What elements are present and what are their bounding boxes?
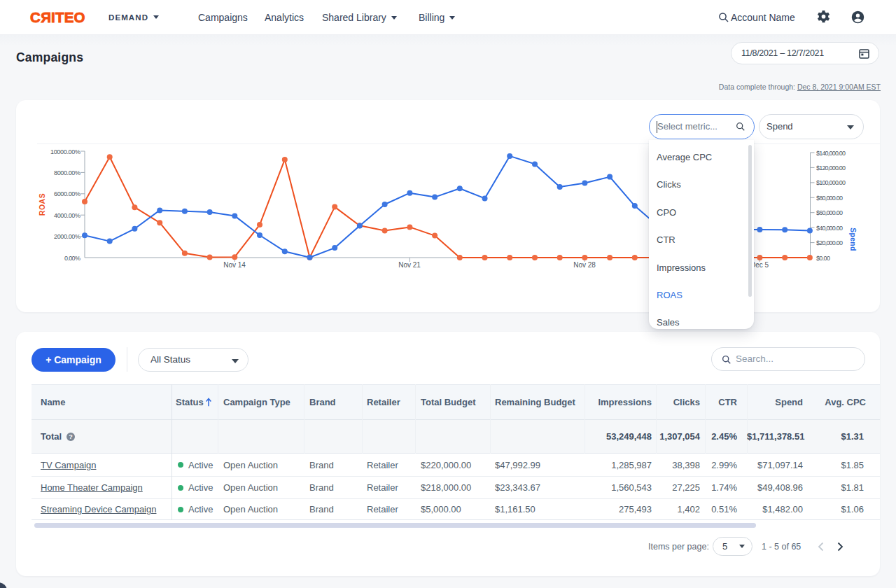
svg-text:6000.00%: 6000.00% (54, 190, 80, 197)
svg-text:$60,000.00: $60,000.00 (816, 209, 843, 216)
svg-text:4000.00%: 4000.00% (54, 212, 80, 219)
svg-text:$20,000.00: $20,000.00 (816, 239, 843, 246)
svg-text:Nov 28: Nov 28 (573, 261, 596, 269)
svg-text:$140,000.00: $140,000.00 (816, 150, 846, 157)
svg-text:2000.00%: 2000.00% (54, 233, 80, 240)
svg-text:Nov 14: Nov 14 (223, 261, 246, 269)
svg-text:ROAS: ROAS (38, 193, 46, 216)
svg-text:0.00%: 0.00% (64, 255, 80, 262)
svg-text:$40,000.00: $40,000.00 (816, 225, 843, 232)
svg-text:$80,000.00: $80,000.00 (816, 195, 843, 202)
svg-text:$120,000.00: $120,000.00 (816, 164, 846, 172)
svg-text:Nov 21: Nov 21 (398, 261, 421, 269)
svg-text:$0.00: $0.00 (816, 255, 830, 262)
svg-text:Spend: Spend (849, 227, 858, 251)
svg-text:8000.00%: 8000.00% (54, 169, 80, 176)
svg-text:$100,000.00: $100,000.00 (816, 179, 846, 186)
svg-text:10000.00%: 10000.00% (50, 148, 80, 155)
